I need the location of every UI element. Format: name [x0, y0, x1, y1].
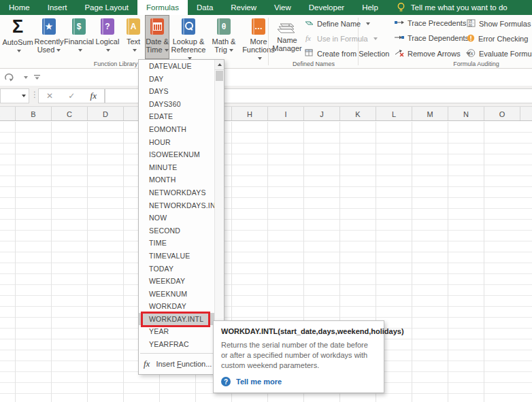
name-box-dropdown-icon[interactable] — [22, 95, 26, 97]
trace-dependents-label: Trace Dependents — [408, 34, 469, 42]
tab-view[interactable]: View — [265, 0, 300, 15]
column-header-I[interactable]: I — [268, 107, 304, 121]
redo-dropdown-chevron[interactable] — [24, 76, 28, 79]
lookup-reference-button[interactable]: Lookup &Reference — [169, 16, 208, 58]
menu-item-time[interactable]: TIME — [139, 237, 214, 250]
menu-scrollbar[interactable] — [214, 60, 224, 351]
trace-precedents-label: Trace Precedents — [408, 19, 466, 27]
magnifier-icon — [182, 18, 195, 35]
name-manager-label-line2: Manager — [272, 44, 301, 52]
tab-formulas[interactable]: Formulas — [137, 0, 188, 15]
tell-me-label: Tell me what you want to do — [411, 3, 508, 12]
column-header-J[interactable]: J — [304, 107, 340, 121]
tab-developer[interactable]: Developer — [300, 0, 353, 15]
define-name-button[interactable]: Define Name — [305, 19, 370, 29]
dropdown-chevron-icon — [56, 49, 61, 52]
menu-item-days[interactable]: DAYS — [139, 85, 214, 98]
menu-item-yearfrac[interactable]: YEARFRAC — [139, 338, 214, 351]
tell-me-box[interactable]: Tell me what you want to do — [397, 0, 508, 15]
menu-item-today[interactable]: TODAY — [139, 263, 214, 275]
text-button[interactable]: AText — [121, 16, 146, 58]
redo-icon[interactable] — [4, 72, 16, 82]
trace-dependents-button[interactable]: Trace Dependents — [395, 34, 469, 42]
date-time-label: Date &Time — [146, 37, 169, 54]
tab-insert[interactable]: Insert — [39, 0, 76, 15]
name-box[interactable] — [0, 88, 29, 103]
remove-arrows-icon — [395, 49, 404, 58]
column-header-O[interactable]: O — [484, 107, 520, 121]
menu-item-isoweeknum[interactable]: ISOWEEKNUM — [139, 148, 214, 161]
tab-data[interactable]: Data — [188, 0, 222, 15]
menu-item-networkdays[interactable]: NETWORKDAYS — [139, 186, 214, 199]
create-from-selection-label: Create from Selection — [317, 50, 389, 58]
math-trig-button[interactable]: θMath &Trig — [208, 16, 239, 58]
menu-item-minute[interactable]: MINUTE — [139, 161, 214, 174]
excel-window: HomeInsertPage LayoutFormulasDataReviewV… — [0, 0, 532, 402]
dropdown-chevron-icon — [229, 49, 233, 52]
column-header-K[interactable]: K — [340, 107, 376, 121]
ribbon-tabs: HomeInsertPage LayoutFormulasDataReviewV… — [0, 0, 387, 15]
column-header-D[interactable]: D — [88, 107, 124, 121]
menu-item-workday[interactable]: WORKDAY — [139, 300, 214, 313]
theta-icon: θ — [217, 18, 231, 35]
create-from-selection-button[interactable]: Create from Selection — [305, 49, 389, 58]
insert-function-menu-item[interactable]: fxInsert Function... — [139, 356, 224, 373]
menu-item-now[interactable]: NOW — [139, 212, 214, 224]
column-header-P[interactable]: P — [520, 107, 532, 121]
tab-review[interactable]: Review — [222, 0, 265, 15]
defined-names-group-label: Defined Names — [269, 61, 358, 67]
menu-item-day[interactable]: DAY — [139, 73, 214, 86]
menu-item-workday.intl[interactable]: WORKDAY.INTL — [139, 313, 215, 326]
trace-precedents-icon — [395, 19, 404, 27]
scrollbar-up-arrow[interactable] — [215, 60, 224, 70]
recently-used-button[interactable]: ★RecentlyUsed — [34, 16, 64, 58]
cancel-entry-icon[interactable]: ✕ — [46, 91, 53, 101]
menu-item-datevalue[interactable]: DATEVALUE — [139, 60, 214, 73]
customize-quick-access-toolbar-icon[interactable] — [34, 74, 41, 81]
show-formulas-button[interactable]: 1530Show Formulas — [467, 19, 531, 29]
menu-item-second[interactable]: SECOND — [139, 224, 214, 237]
menu-item-month[interactable]: MONTH — [139, 173, 214, 186]
tab-page-layout[interactable]: Page Layout — [76, 0, 137, 15]
confirm-entry-icon[interactable]: ✓ — [68, 91, 75, 101]
error-checking-button[interactable]: Error Checking — [467, 34, 532, 44]
autosum-button[interactable]: ΣAutoSum — [1, 16, 34, 58]
scrollbar-thumb[interactable] — [216, 71, 223, 81]
use-in-formula-button[interactable]: fxUse in Formula — [305, 34, 378, 44]
column-headers[interactable]: ABCDEFGHIJKLMNOP — [0, 106, 532, 121]
logical-button[interactable]: ?Logical — [94, 16, 121, 58]
function-tooltip: WORKDAY.INTL(start_date,days,weekend,hol… — [213, 320, 384, 393]
remove-arrows-button[interactable]: Remove Arrows — [395, 49, 470, 58]
menu-item-timevalue[interactable]: TIMEVALUE — [139, 250, 214, 263]
column-header-C[interactable]: C — [52, 107, 88, 121]
column-header-M[interactable]: M — [412, 107, 448, 121]
menu-item-networkdays.intl[interactable]: NETWORKDAYS.INTL — [139, 199, 214, 212]
calendar-icon — [150, 18, 164, 35]
show-formulas-icon: 1530 — [467, 19, 476, 29]
evaluate-formula-button[interactable]: fxEvaluate Formula — [467, 49, 532, 58]
menu-item-days360[interactable]: DAYS360 — [139, 98, 214, 111]
trace-precedents-button[interactable]: Trace Precedents — [395, 19, 466, 27]
insert-function-fx-icon[interactable]: fx — [90, 90, 97, 101]
column-header-H[interactable]: H — [232, 107, 268, 121]
menu-item-weeknum[interactable]: WEEKNUM — [139, 288, 214, 301]
letter-a-icon: A — [127, 18, 140, 35]
tell-me-more-link[interactable]: Tell me more — [236, 378, 282, 386]
tab-home[interactable]: Home — [0, 0, 39, 15]
date-time-button[interactable]: Date &Time — [146, 16, 169, 58]
trace-dependents-icon — [395, 34, 404, 42]
column-header-L[interactable]: L — [376, 107, 412, 121]
column-header-A[interactable]: A — [0, 107, 16, 121]
menu-item-year[interactable]: YEAR — [139, 325, 214, 338]
remove-arrows-label: Remove Arrows — [408, 50, 461, 58]
menu-item-eomonth[interactable]: EOMONTH — [139, 123, 214, 136]
menu-item-edate[interactable]: EDATE — [139, 110, 214, 123]
menu-item-weekday[interactable]: WEEKDAY — [139, 275, 214, 288]
column-header-N[interactable]: N — [448, 107, 484, 121]
tab-help[interactable]: Help — [353, 0, 387, 15]
name-manager-button[interactable]: Name Manager — [272, 18, 302, 52]
column-header-B[interactable]: B — [16, 107, 52, 121]
menu-item-hour[interactable]: HOUR — [139, 136, 214, 149]
dots-icon: … — [252, 18, 265, 35]
financial-button[interactable]: $Financial — [64, 16, 94, 58]
